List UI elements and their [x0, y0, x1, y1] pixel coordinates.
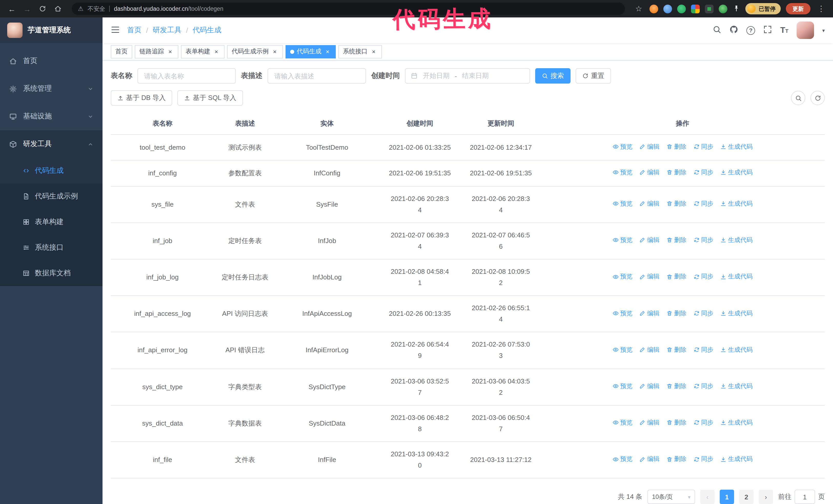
- url-bar[interactable]: ⚠ 不安全 dashboard.yudao.iocoder.cn/tool/co…: [72, 3, 625, 15]
- sync-link[interactable]: 同步: [693, 235, 713, 245]
- reset-button[interactable]: 重置: [576, 68, 611, 83]
- breadcrumb-dev-tools[interactable]: 研发工具: [153, 26, 182, 35]
- delete-link[interactable]: 删除: [666, 235, 686, 245]
- close-tab-icon[interactable]: ×: [167, 48, 174, 55]
- font-size-icon[interactable]: TT: [780, 26, 788, 35]
- table-name-input[interactable]: [137, 68, 236, 83]
- page-button-1[interactable]: 1: [720, 490, 734, 504]
- browser-reload-button[interactable]: [37, 4, 48, 13]
- preview-link[interactable]: 预览: [613, 198, 633, 209]
- extension-icon-6[interactable]: [719, 4, 728, 13]
- browser-menu-kebab-icon[interactable]: ⋮: [815, 4, 827, 13]
- edit-link[interactable]: 编辑: [640, 235, 660, 245]
- preview-link[interactable]: 预览: [613, 381, 633, 391]
- tab-codegen[interactable]: 代码生成×: [286, 45, 336, 58]
- tab-home[interactable]: 首页: [111, 45, 132, 58]
- delete-link[interactable]: 删除: [666, 381, 686, 391]
- edit-link[interactable]: 编辑: [640, 454, 660, 464]
- generate-code-link[interactable]: 生成代码: [720, 344, 753, 355]
- sidebar-subitem-form-builder[interactable]: 表单构建: [0, 209, 102, 235]
- header-search-icon[interactable]: [713, 25, 721, 35]
- edit-link[interactable]: 编辑: [640, 198, 660, 209]
- extension-icon-5[interactable]: [705, 4, 714, 13]
- extension-icon-2[interactable]: [663, 4, 672, 13]
- fullscreen-icon[interactable]: [763, 25, 772, 35]
- sync-link[interactable]: 同步: [693, 142, 713, 152]
- sidebar-subitem-db-doc[interactable]: 数据库文档: [0, 261, 102, 286]
- sync-link[interactable]: 同步: [693, 381, 713, 391]
- preview-link[interactable]: 预览: [613, 271, 633, 282]
- close-tab-icon[interactable]: ×: [271, 48, 278, 55]
- preview-link[interactable]: 预览: [613, 344, 633, 355]
- browser-back-button[interactable]: ←: [6, 4, 18, 13]
- edit-link[interactable]: 编辑: [640, 271, 660, 282]
- sync-link[interactable]: 同步: [693, 308, 713, 318]
- page-button-2[interactable]: 2: [739, 490, 754, 504]
- edit-link[interactable]: 编辑: [640, 417, 660, 428]
- delete-link[interactable]: 删除: [666, 308, 686, 318]
- goto-page-input[interactable]: [794, 490, 815, 504]
- tab-codegen-example[interactable]: 代码生成示例×: [227, 45, 283, 58]
- sync-link[interactable]: 同步: [693, 417, 713, 428]
- edit-link[interactable]: 编辑: [640, 308, 660, 318]
- generate-code-link[interactable]: 生成代码: [720, 271, 753, 282]
- sidebar-subitem-codegen-example[interactable]: 代码生成示例: [0, 184, 102, 209]
- generate-code-link[interactable]: 生成代码: [720, 142, 753, 152]
- delete-link[interactable]: 删除: [666, 198, 686, 209]
- delete-link[interactable]: 删除: [666, 142, 686, 152]
- toggle-search-button[interactable]: [791, 91, 805, 105]
- sidebar-subitem-codegen[interactable]: 代码生成: [0, 158, 102, 184]
- refresh-table-button[interactable]: [810, 91, 825, 105]
- help-icon[interactable]: ?: [746, 26, 755, 34]
- close-tab-icon[interactable]: ×: [370, 48, 377, 55]
- delete-link[interactable]: 删除: [666, 344, 686, 355]
- generate-code-link[interactable]: 生成代码: [720, 235, 753, 245]
- sidebar-subitem-system-api[interactable]: 系统接口: [0, 235, 102, 261]
- preview-link[interactable]: 预览: [613, 235, 633, 245]
- tab-trace[interactable]: 链路追踪×: [135, 45, 178, 58]
- delete-link[interactable]: 删除: [666, 271, 686, 282]
- extensions-pin-icon[interactable]: [733, 4, 740, 13]
- table-desc-input[interactable]: [268, 68, 366, 83]
- generate-code-link[interactable]: 生成代码: [720, 381, 753, 391]
- import-sql-button[interactable]: 基于 SQL 导入: [177, 90, 243, 105]
- user-avatar[interactable]: [796, 22, 814, 39]
- bookmark-star-icon[interactable]: ☆: [633, 4, 644, 13]
- import-db-button[interactable]: 基于 DB 导入: [111, 90, 172, 105]
- browser-forward-button[interactable]: →: [22, 4, 33, 13]
- github-icon[interactable]: [730, 25, 738, 35]
- edit-link[interactable]: 编辑: [640, 344, 660, 355]
- sidebar-item-home[interactable]: 首页: [0, 47, 102, 75]
- sync-link[interactable]: 同步: [693, 167, 713, 178]
- edit-link[interactable]: 编辑: [640, 167, 660, 178]
- sidebar-item-system-management[interactable]: 系统管理: [0, 75, 102, 102]
- extension-icon-4[interactable]: [691, 4, 700, 13]
- sidebar-item-infrastructure[interactable]: 基础设施: [0, 102, 102, 130]
- edit-link[interactable]: 编辑: [640, 142, 660, 152]
- sync-link[interactable]: 同步: [693, 198, 713, 209]
- extension-icon-3[interactable]: [677, 4, 686, 13]
- date-range-picker[interactable]: 开始日期 - 结束日期: [405, 68, 530, 83]
- generate-code-link[interactable]: 生成代码: [720, 308, 753, 318]
- generate-code-link[interactable]: 生成代码: [720, 198, 753, 209]
- search-button[interactable]: 搜索: [535, 68, 571, 83]
- sidebar-toggle-button[interactable]: [111, 25, 120, 35]
- generate-code-link[interactable]: 生成代码: [720, 417, 753, 428]
- page-size-select[interactable]: 10条/页▾: [647, 490, 695, 504]
- prev-page-button[interactable]: ‹: [700, 490, 715, 504]
- browser-update-button[interactable]: 更新: [786, 3, 810, 14]
- delete-link[interactable]: 删除: [666, 167, 686, 178]
- sync-link[interactable]: 同步: [693, 454, 713, 464]
- delete-link[interactable]: 删除: [666, 417, 686, 428]
- preview-link[interactable]: 预览: [613, 142, 633, 152]
- profile-paused-badge[interactable]: 已暂停: [745, 3, 781, 14]
- edit-link[interactable]: 编辑: [640, 381, 660, 391]
- avatar-caret-icon[interactable]: ▾: [822, 27, 825, 33]
- next-page-button[interactable]: ›: [759, 490, 773, 504]
- preview-link[interactable]: 预览: [613, 167, 633, 178]
- delete-link[interactable]: 删除: [666, 454, 686, 464]
- preview-link[interactable]: 预览: [613, 308, 633, 318]
- extension-icon-1[interactable]: [649, 4, 658, 13]
- generate-code-link[interactable]: 生成代码: [720, 167, 753, 178]
- sync-link[interactable]: 同步: [693, 271, 713, 282]
